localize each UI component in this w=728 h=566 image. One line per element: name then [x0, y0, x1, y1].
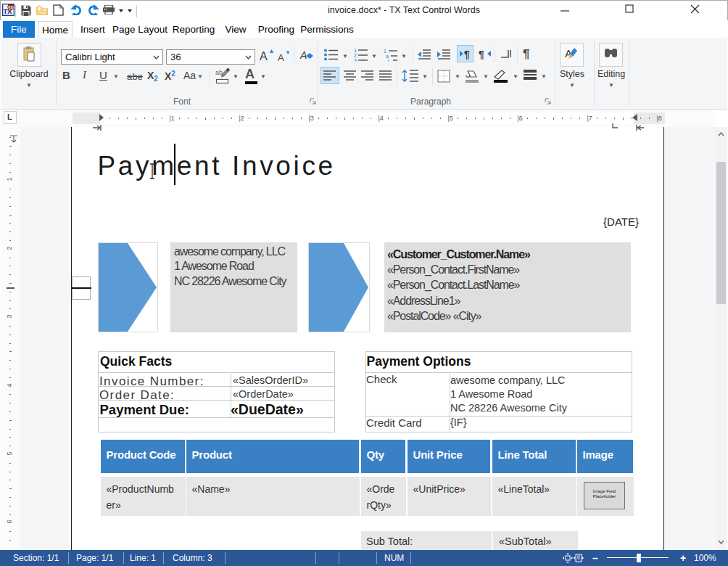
- svg-text:2: 2: [354, 53, 357, 58]
- svg-text:¶: ¶: [479, 49, 484, 60]
- svg-text:i: i: [388, 58, 389, 62]
- svg-text:TX: TX: [3, 7, 12, 15]
- svg-text:3: 3: [354, 58, 357, 62]
- svg-text:¶: ¶: [464, 49, 470, 60]
- svg-text:A: A: [299, 49, 307, 61]
- svg-text:ab: ab: [215, 69, 223, 76]
- svg-text:1: 1: [384, 49, 386, 54]
- svg-text:1: 1: [354, 48, 357, 53]
